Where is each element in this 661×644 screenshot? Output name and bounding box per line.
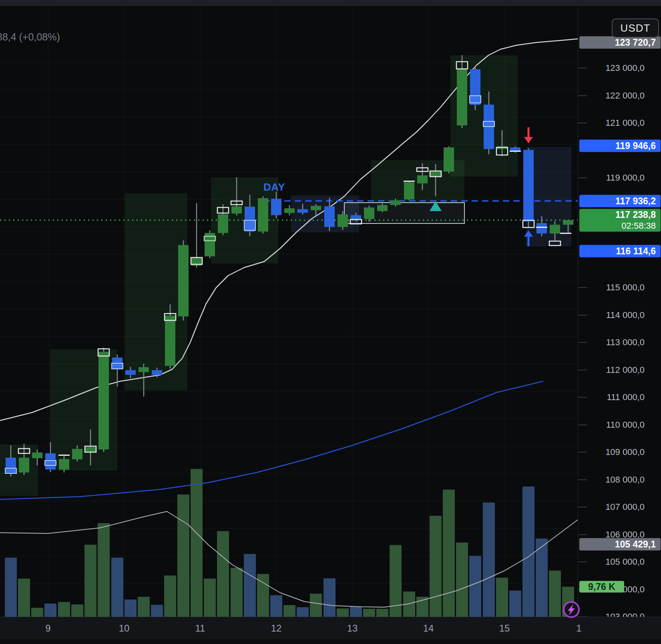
volume-bar bbox=[244, 554, 256, 617]
candle-body bbox=[364, 207, 374, 219]
price-tick-mark bbox=[578, 95, 587, 96]
price-tick-mark bbox=[578, 452, 587, 453]
volume-bar bbox=[270, 595, 282, 617]
price-tick-mark bbox=[578, 315, 587, 316]
volume-bar bbox=[164, 576, 176, 617]
volume-bar bbox=[111, 557, 123, 617]
price-dash-marker bbox=[536, 227, 547, 228]
volume-bar bbox=[430, 516, 442, 617]
candle-body bbox=[536, 223, 547, 233]
order-marker-box bbox=[470, 96, 481, 103]
price-tick-label: 111 000,0 bbox=[607, 392, 645, 402]
price-badge-blue: 117 936,2 bbox=[579, 195, 661, 207]
time-tick-label: 9 bbox=[45, 623, 50, 634]
time-tick-label: 14 bbox=[423, 623, 434, 634]
time-tick-label: 13 bbox=[347, 623, 358, 634]
supply-demand-zone-green bbox=[125, 193, 187, 390]
volume-bar bbox=[496, 578, 508, 617]
time-tick-label: 1 bbox=[576, 623, 581, 634]
candle-body bbox=[444, 147, 454, 171]
candle-body bbox=[390, 200, 401, 205]
price-dash-marker bbox=[58, 455, 70, 456]
volume-bar bbox=[177, 495, 189, 617]
candle-body bbox=[98, 352, 109, 449]
volume-bar bbox=[350, 607, 362, 617]
price-tick-mark bbox=[578, 425, 587, 425]
volume-bar bbox=[416, 597, 428, 617]
volume-bar bbox=[231, 568, 243, 617]
volume-bar bbox=[18, 579, 30, 617]
price-tick-label: 115 000,0 bbox=[606, 282, 645, 293]
volume-bar bbox=[376, 609, 388, 617]
order-marker-box bbox=[483, 121, 494, 127]
price-badge-green: 117 238,802:58:38 bbox=[579, 209, 661, 231]
candle-body bbox=[178, 245, 189, 316]
candle-body bbox=[404, 182, 414, 199]
buy-arrow-shaft bbox=[528, 236, 530, 246]
time-tick-label: 12 bbox=[271, 623, 282, 634]
candle-body bbox=[324, 206, 335, 227]
price-tick-label: 105 000,0 bbox=[605, 557, 645, 567]
price-dash-marker bbox=[510, 151, 521, 152]
price-tick-mark bbox=[578, 534, 587, 535]
candle-body bbox=[430, 171, 441, 176]
time-tick-label: 10 bbox=[119, 623, 130, 634]
price-dash-marker bbox=[560, 233, 571, 234]
volume-bar bbox=[191, 469, 203, 617]
volume-bar bbox=[323, 578, 336, 617]
volume-bar bbox=[509, 591, 521, 617]
time-tick-label: 15 bbox=[499, 623, 510, 634]
candle-body bbox=[351, 215, 361, 219]
sell-arrow-icon bbox=[524, 137, 533, 143]
candle-body bbox=[563, 220, 573, 225]
time-tick-label: 11 bbox=[195, 623, 205, 634]
price-tick-label: 121 000,0 bbox=[605, 118, 645, 128]
volume-bar bbox=[549, 571, 561, 617]
quote-currency-button[interactable]: USDT bbox=[612, 18, 659, 38]
price-tick-label: 114 000,0 bbox=[606, 310, 645, 320]
time-axis[interactable]: 91011121314151 bbox=[0, 617, 661, 640]
price-tick-mark bbox=[578, 68, 587, 68]
price-tick-mark bbox=[578, 397, 587, 398]
volume-bar bbox=[71, 604, 83, 617]
volume-bar bbox=[522, 487, 534, 617]
volume-bar bbox=[337, 608, 349, 617]
volume-bar bbox=[204, 579, 216, 617]
price-tick-mark bbox=[578, 342, 587, 343]
volume-bar bbox=[125, 600, 137, 617]
price-tick-mark bbox=[578, 370, 587, 370]
candle-body bbox=[510, 147, 520, 151]
volume-bar bbox=[98, 523, 110, 617]
price-axis[interactable]: 123 000,0122 000,0121 000,0119 000,0115 … bbox=[578, 6, 661, 617]
candle-body bbox=[377, 205, 388, 211]
order-marker-box bbox=[112, 363, 123, 369]
time-axis-lower-strip bbox=[0, 639, 661, 644]
volume-bar bbox=[5, 557, 17, 617]
price-tick-label: 113 000,0 bbox=[606, 337, 645, 348]
candle-body bbox=[139, 367, 149, 372]
price-badge-blue: 119 946,6 bbox=[579, 140, 661, 152]
price-tick-mark bbox=[578, 507, 587, 507]
price-tick-label: 108 000,0 bbox=[605, 475, 645, 485]
candle-body bbox=[284, 208, 295, 213]
volume-bar bbox=[138, 597, 150, 617]
price-tick-label: 109 000,0 bbox=[605, 447, 645, 457]
price-tick-mark bbox=[578, 561, 587, 562]
volume-bar bbox=[443, 489, 455, 617]
candle-body bbox=[85, 447, 96, 452]
candle-body bbox=[125, 370, 136, 375]
volume-bar bbox=[363, 609, 375, 617]
price-badge-blue: 116 114,6 bbox=[579, 245, 661, 257]
sell-arrow-shaft bbox=[528, 127, 530, 138]
trading-chart-window: 88,4 (+0,08%) DAY USDT 123 000,0122 000,… bbox=[0, 0, 661, 644]
volume-bar bbox=[483, 503, 495, 617]
price-tick-label: 119 000,0 bbox=[606, 173, 645, 183]
candle-body bbox=[258, 198, 268, 232]
volume-bar bbox=[297, 607, 309, 617]
order-marker-box bbox=[5, 468, 16, 473]
price-badge-gray: 105 429,1 bbox=[579, 538, 661, 550]
flash-trade-button[interactable] bbox=[563, 601, 580, 618]
candlestick-chart-canvas[interactable] bbox=[0, 0, 661, 644]
candle-body bbox=[523, 150, 534, 221]
price-tick-mark bbox=[578, 177, 587, 178]
